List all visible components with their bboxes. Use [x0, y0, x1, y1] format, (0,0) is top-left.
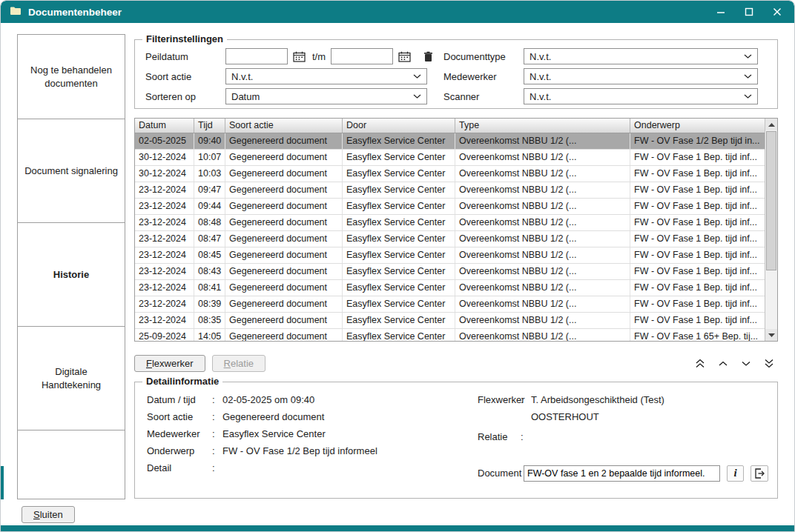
cell-door: Easyflex Service Center — [343, 166, 455, 182]
medewerker-detail-label: Medewerker — [147, 428, 212, 439]
vertical-scrollbar[interactable] — [765, 119, 777, 341]
bottom-accent-bar — [1, 525, 794, 531]
cell-type: Overeenkomst NBBU 1/2 (... — [455, 166, 630, 182]
column-header-door[interactable]: Door — [343, 119, 455, 133]
documenttype-select[interactable]: N.v.t. — [524, 48, 758, 64]
filter-row-2: Soort actie N.v.t. Medewerker N.v.t. — [145, 68, 767, 84]
sorteren-op-select[interactable]: Datum — [225, 88, 427, 104]
soort-actie-detail-value: Gegenereerd document — [222, 411, 324, 422]
cell-type: Overeenkomst NBBU 1/2 (... — [455, 133, 630, 149]
cell-door: Easyflex Service Center — [343, 199, 455, 214]
onderwerp-detail-value: FW - OV Fase 1/2 Bep tijd informeel — [222, 445, 377, 456]
document-info-button[interactable]: i — [727, 465, 745, 482]
table-row[interactable]: 23-12-2024 08:48 Gegenereerd document Ea… — [135, 215, 765, 231]
cell-tijd: 08:35 — [194, 313, 225, 328]
table-row[interactable]: 30-12-2024 10:07 Gegenereerd document Ea… — [135, 150, 765, 166]
soort-actie-label: Soort actie — [145, 71, 225, 82]
table-row[interactable]: 25-09-2024 14:05 Gegenereerd document Ea… — [135, 329, 765, 341]
cell-datum: 25-09-2024 — [135, 329, 194, 341]
trash-icon — [423, 51, 433, 62]
table-row[interactable]: 23-12-2024 09:47 Gegenereerd document Ea… — [135, 182, 765, 199]
peildatum-to-calendar-button[interactable] — [396, 48, 412, 64]
documenttype-label: Documenttype — [443, 51, 524, 62]
tab-digitale-handtekening[interactable]: Digitale Handtekening — [18, 327, 125, 430]
cell-datum: 23-12-2024 — [135, 215, 194, 230]
table-row[interactable]: 23-12-2024 09:44 Gegenereerd document Ea… — [135, 199, 765, 215]
cell-type: Overeenkomst NBBU 1/2 (... — [455, 231, 630, 247]
cell-onderwerp: FW - OV Fase 1/2 Bep tijd in... — [630, 133, 765, 149]
maximize-button[interactable] — [741, 4, 757, 19]
table-row[interactable]: 23-12-2024 08:47 Gegenereerd document Ea… — [135, 231, 765, 247]
peildatum-from-input[interactable] — [225, 48, 288, 64]
medewerker-label: Medewerker — [443, 71, 524, 82]
details-right-column: Flexwerker : T. Arbeidsongeschiktheid (T… — [478, 391, 768, 482]
last-record-button[interactable] — [762, 357, 776, 369]
table-row[interactable]: 23-12-2024 08:41 Gegenereerd document Ea… — [135, 280, 765, 296]
column-header-tijd[interactable]: Tijd — [194, 119, 225, 133]
chevron-up-icon — [718, 360, 728, 367]
cell-onderwerp: FW - OV Fase 1 Bep. tijd inf... — [630, 166, 765, 182]
cell-datum: 23-12-2024 — [135, 182, 194, 198]
scroll-down-button[interactable] — [765, 329, 777, 341]
document-input[interactable] — [524, 465, 720, 482]
table-row[interactable]: 23-12-2024 08:43 Gegenereerd document Ea… — [135, 264, 765, 280]
peildatum-to-input[interactable] — [331, 48, 393, 64]
relatie-button[interactable]: Relatie — [212, 355, 265, 372]
cell-tijd: 09:47 — [194, 182, 225, 198]
cell-door: Easyflex Service Center — [343, 231, 455, 247]
flexwerker-detail-value: T. Arbeidsongeschiktheid (Test) — [531, 394, 664, 405]
folder-icon — [10, 5, 22, 19]
column-header-datum[interactable]: Datum — [135, 119, 194, 133]
soort-actie-select[interactable]: N.v.t. — [225, 68, 427, 84]
scroll-thumb[interactable] — [766, 131, 776, 270]
cell-tijd: 10:07 — [194, 150, 225, 165]
table-row[interactable]: 23-12-2024 08:39 Gegenereerd document Ea… — [135, 296, 765, 313]
table-row[interactable]: 02-05-2025 09:40 Gegenereerd document Ea… — [135, 133, 765, 150]
calendar-icon — [293, 51, 306, 62]
soort-actie-detail-label: Soort actie — [147, 411, 212, 422]
titlebar: Documentenbeheer — [1, 1, 794, 23]
first-record-button[interactable] — [693, 357, 707, 369]
filter-row-1: Peildatum t/m Documenttype N.v.t. — [145, 48, 767, 64]
table-row[interactable]: 30-12-2024 10:03 Gegenereerd document Ea… — [135, 166, 765, 182]
previous-record-button[interactable] — [716, 357, 730, 369]
minimize-button[interactable] — [713, 4, 729, 19]
medewerker-select[interactable]: N.v.t. — [524, 68, 758, 84]
close-button[interactable] — [769, 4, 785, 19]
tab-document-signalering[interactable]: Document signalering — [18, 119, 125, 223]
scroll-up-button[interactable] — [765, 119, 777, 130]
document-export-button[interactable] — [751, 465, 768, 482]
flexwerker-detail-label: Flexwerker — [478, 394, 521, 405]
tab-historie[interactable]: Historie — [18, 223, 125, 327]
cell-tijd: 08:45 — [194, 247, 225, 263]
cell-onderwerp: FW - OV Fase 1 Bep. tijd inf... — [630, 313, 765, 328]
cell-door: Easyflex Service Center — [343, 296, 455, 312]
table-header: Datum Tijd Soort actie Door Type Onderwe… — [135, 119, 765, 133]
column-header-soort-actie[interactable]: Soort actie — [225, 119, 343, 133]
scanner-select[interactable]: N.v.t. — [524, 88, 758, 104]
chevron-down-icon — [741, 360, 751, 367]
cell-datum: 23-12-2024 — [135, 199, 194, 214]
flexwerker-button[interactable]: Flexwerker — [134, 355, 205, 372]
next-record-button[interactable] — [739, 357, 753, 369]
chevron-down-icon — [744, 94, 752, 99]
column-header-onderwerp[interactable]: Onderwerp — [630, 119, 765, 133]
cell-tijd: 10:03 — [194, 166, 225, 182]
cell-tijd: 14:05 — [194, 329, 225, 341]
tab-label: Nog te behandelen documenten — [24, 64, 118, 90]
column-header-type[interactable]: Type — [455, 119, 630, 133]
datum-tijd-label: Datum / tijd — [147, 394, 212, 405]
documenttype-value: N.v.t. — [530, 51, 551, 62]
clear-dates-button[interactable] — [420, 48, 436, 64]
cell-type: Overeenkomst NBBU 1/2 (... — [455, 264, 630, 279]
tab-nog-te-behandelen-documenten[interactable]: Nog te behandelen documenten — [18, 35, 125, 119]
sidebar: Nog te behandelen documenten Document si… — [17, 34, 125, 499]
peildatum-from-calendar-button[interactable] — [291, 48, 307, 64]
table-row[interactable]: 23-12-2024 08:35 Gegenereerd document Ea… — [135, 313, 765, 329]
documentenbeheer-window: Documentenbeheer Nog te behandelen docum… — [0, 0, 795, 532]
cell-onderwerp: FW - OV Fase 1 Bep. tijd inf... — [630, 182, 765, 198]
document-label: Document — [478, 468, 524, 479]
sluiten-button[interactable]: Sluiten — [22, 506, 75, 523]
table-row[interactable]: 23-12-2024 08:45 Gegenereerd document Ea… — [135, 247, 765, 264]
cell-door: Easyflex Service Center — [343, 215, 455, 230]
